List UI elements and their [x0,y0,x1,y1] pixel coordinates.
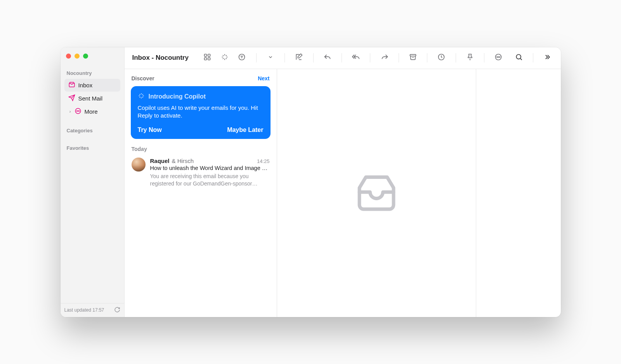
chevron-down-icon [268,54,273,61]
clock-icon [437,53,445,62]
svg-point-12 [497,57,498,57]
sidebar-section-categories[interactable]: Categories [63,125,122,136]
reply-button[interactable] [320,51,335,64]
separator [313,53,314,62]
svg-rect-6 [205,58,207,60]
main: Inbox - Nocountry [125,47,561,317]
close-window-button[interactable] [66,54,71,59]
promo-try-button[interactable]: Try Now [138,127,162,133]
paper-plane-icon [68,94,75,102]
separator [456,53,456,62]
sidebar-item-label: Inbox [78,82,93,88]
compose-button[interactable] [292,51,306,64]
filter-icon [238,53,246,62]
filter-button[interactable] [235,51,249,64]
separator [256,53,257,62]
promo-title: Introducing Copilot [149,93,206,100]
chevrons-right-icon [543,53,551,62]
reply-all-button[interactable] [349,51,363,64]
reply-all-icon [352,53,360,62]
discover-label: Discover [132,75,154,81]
message-from-secondary: & Hirsch [172,158,194,164]
more-actions-button[interactable] [491,51,506,64]
svg-rect-7 [208,58,210,60]
reply-icon [324,53,331,62]
grid-icon [203,53,211,62]
svg-point-3 [79,111,80,111]
content: Discover Next Introducing Copilot Copilo… [125,69,561,317]
separator [342,53,342,62]
separator [399,53,399,62]
message-subject: How to unleash the Word Wizard and Image… [150,165,270,171]
minimize-window-button[interactable] [75,54,80,59]
promo-later-button[interactable]: Maybe Later [227,127,263,133]
svg-point-2 [78,111,78,111]
more-icon [75,107,82,116]
sidebar-item-label: More [85,108,98,115]
promo-body: Copilot uses AI to write your emails for… [138,104,264,120]
sidebar: Nocountry Inbox Sent Mail › [61,47,125,317]
last-updated-label: Last updated 17:57 [64,307,104,313]
sidebar-section-favorites[interactable]: Favorites [63,143,122,153]
ellipsis-icon [494,53,502,62]
overflow-button[interactable] [540,51,555,64]
search-button[interactable] [512,51,526,64]
sidebar-item-inbox[interactable]: Inbox [64,79,120,92]
sidebar-item-more[interactable]: › More [64,105,120,118]
svg-point-1 [76,111,77,111]
svg-rect-4 [205,54,207,57]
forward-button[interactable] [377,51,392,64]
svg-rect-9 [410,54,416,56]
snooze-button[interactable] [434,51,449,64]
separator [533,53,533,62]
separator [484,53,484,62]
archive-button[interactable] [406,51,420,64]
app-window: Nocountry Inbox Sent Mail › [61,47,561,317]
separator [284,53,285,62]
filter-dropdown[interactable] [264,51,278,64]
forward-icon [381,53,389,62]
empty-inbox-icon [349,171,404,215]
pin-icon [466,53,474,62]
sidebar-item-sent[interactable]: Sent Mail [64,92,120,105]
message-row[interactable]: Raquel & Hirsch 14:25 How to unleash the… [125,155,277,192]
separator [370,53,370,62]
sidebar-footer: Last updated 17:57 [61,303,124,317]
fullscreen-window-button[interactable] [83,54,88,59]
toolbar: Inbox - Nocountry [125,47,561,69]
copilot-button[interactable] [218,51,232,64]
discover-header: Discover Next [125,69,277,86]
section-today: Today [125,139,277,155]
dashboard-button[interactable] [200,51,215,64]
message-preview: You are receiving this email because you… [150,173,270,187]
promo-card: Introducing Copilot Copilot uses AI to w… [131,86,271,139]
reading-pane [277,69,476,317]
svg-point-15 [516,54,521,59]
inbox-icon [68,81,75,89]
chevron-right-icon: › [68,109,72,114]
message-from-primary: Raquel [150,158,170,164]
discover-next-button[interactable]: Next [258,75,269,81]
account-name: Nocountry [63,68,122,78]
archive-icon [409,53,417,62]
right-pane [476,69,561,317]
sparkle-icon [221,53,229,62]
avatar [132,158,146,172]
sparkle-icon [138,92,145,101]
window-controls [61,47,124,68]
message-list-pane: Discover Next Introducing Copilot Copilo… [125,69,277,317]
page-title: Inbox - Nocountry [132,54,189,62]
compose-icon [295,53,303,62]
sidebar-item-label: Sent Mail [78,95,103,102]
separator [427,53,427,62]
message-time: 14:25 [257,158,270,164]
svg-rect-5 [208,54,210,57]
svg-point-14 [500,57,500,57]
search-icon [515,53,523,62]
svg-point-13 [498,57,499,57]
pin-button[interactable] [463,51,477,64]
refresh-icon[interactable] [114,307,120,314]
